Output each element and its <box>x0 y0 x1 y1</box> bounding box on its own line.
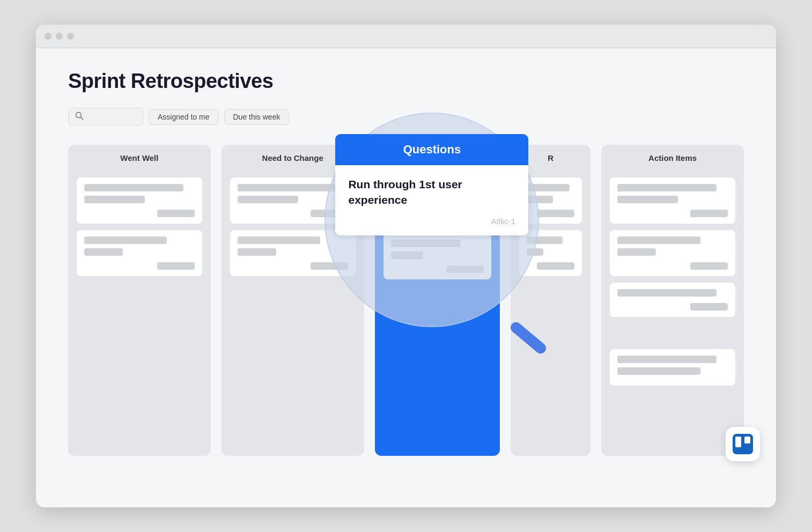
card-bar <box>617 237 700 244</box>
card-bar <box>391 252 424 259</box>
card-bar <box>238 248 276 256</box>
column-header-partial: R <box>519 153 582 168</box>
column-partial: R <box>511 145 590 456</box>
assigned-to-me-filter[interactable]: Assigned to me <box>149 109 219 125</box>
column-went-well: Went Well <box>68 145 211 456</box>
card-bar <box>238 237 320 244</box>
card[interactable] <box>77 178 202 224</box>
card-bar <box>84 237 167 244</box>
card[interactable] <box>383 181 492 227</box>
card[interactable] <box>77 230 202 276</box>
card-bar <box>617 184 717 191</box>
questions-col-wrapper: Questions <box>375 145 500 456</box>
column-action-items: Action Items <box>601 145 744 456</box>
card-bar <box>617 356 717 363</box>
card[interactable] <box>610 230 735 276</box>
card-bar <box>617 289 717 297</box>
card-bar <box>84 196 145 203</box>
card-tag <box>446 265 484 273</box>
card-bar <box>391 240 461 247</box>
card-bar <box>617 248 656 256</box>
card-bar <box>617 367 700 375</box>
browser-dot-yellow <box>56 33 63 40</box>
due-this-week-filter[interactable]: Due this week <box>224 109 290 125</box>
filter-bar: Assigned to me Due this week <box>68 108 744 125</box>
board-columns: Went Well Need to Change <box>68 145 744 456</box>
card-bar <box>527 184 570 191</box>
card[interactable] <box>610 283 735 317</box>
card-tag <box>537 262 574 270</box>
card-bar <box>617 196 678 203</box>
card[interactable] <box>519 230 582 276</box>
card-tag <box>311 210 348 217</box>
card-tag <box>157 262 195 270</box>
svg-rect-4 <box>744 437 750 444</box>
trello-logo[interactable] <box>726 427 760 461</box>
card-bar <box>391 187 475 195</box>
card[interactable] <box>230 230 356 276</box>
card-tag <box>690 262 728 270</box>
card-tag <box>157 210 195 217</box>
column-need-to-change: Need to Change <box>222 145 364 456</box>
column-header-action-items: Action Items <box>610 153 735 168</box>
card[interactable] <box>519 178 582 224</box>
card-bar <box>238 184 337 191</box>
search-icon <box>75 112 84 122</box>
svg-rect-3 <box>735 437 741 447</box>
browser-dot-red <box>45 33 51 40</box>
card[interactable] <box>610 349 735 386</box>
browser-window: Sprint Retrospectives Assigned to me Due… <box>36 25 776 507</box>
card-tag <box>311 262 348 270</box>
card-bar <box>84 184 183 191</box>
column-header-questions: Questions <box>383 153 492 171</box>
search-box[interactable] <box>68 108 143 125</box>
browser-chrome <box>36 25 776 48</box>
svg-line-1 <box>81 117 83 120</box>
page-title: Sprint Retrospectives <box>68 70 744 93</box>
card-bar <box>238 196 298 203</box>
card-bar <box>527 237 563 244</box>
browser-dot-green <box>67 33 74 40</box>
column-header-need-to-change: Need to Change <box>230 153 356 168</box>
browser-content: Sprint Retrospectives Assigned to me Due… <box>36 48 776 477</box>
column-questions: Questions <box>375 145 500 456</box>
card-bar <box>527 196 553 203</box>
card-tag <box>690 303 728 311</box>
card-bar <box>84 248 123 256</box>
card-tag <box>446 213 484 220</box>
card-bar <box>527 248 543 256</box>
card[interactable] <box>610 178 735 224</box>
card[interactable] <box>383 233 492 279</box>
card-tag <box>690 210 728 217</box>
card-spacer <box>610 349 735 386</box>
column-header-went-well: Went Well <box>77 153 202 168</box>
card-bar <box>391 199 442 206</box>
card[interactable] <box>230 178 356 224</box>
card-tag <box>537 210 574 217</box>
